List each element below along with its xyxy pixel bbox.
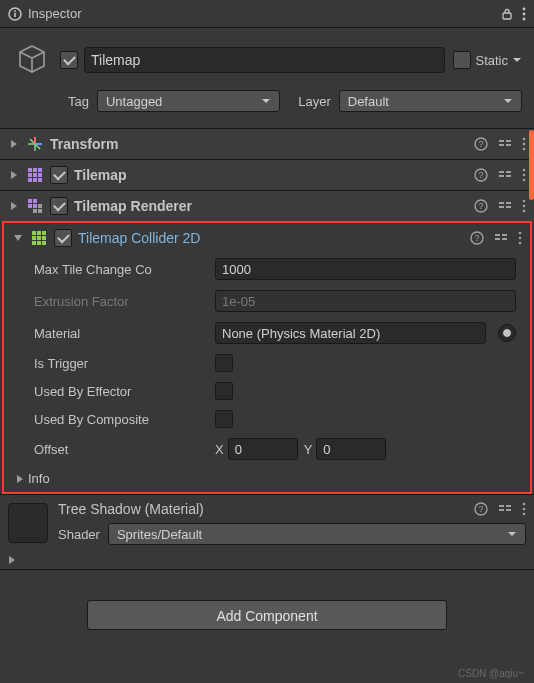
object-picker-icon[interactable] bbox=[498, 324, 516, 342]
svg-rect-2 bbox=[14, 10, 16, 12]
preset-icon[interactable] bbox=[498, 502, 512, 516]
prop-extrusion-factor: Extrusion Factor 1e-05 bbox=[4, 285, 530, 317]
svg-point-31 bbox=[523, 169, 526, 172]
svg-rect-56 bbox=[32, 241, 36, 245]
chevron-down-icon bbox=[261, 97, 271, 105]
svg-rect-70 bbox=[499, 505, 504, 507]
component-tilemap[interactable]: Tilemap ? bbox=[0, 159, 534, 190]
foldout-icon[interactable] bbox=[8, 170, 20, 180]
preset-icon[interactable] bbox=[498, 137, 512, 151]
lock-icon[interactable] bbox=[500, 7, 514, 21]
offset-y-label: Y bbox=[304, 442, 313, 457]
add-component-button[interactable]: Add Component bbox=[87, 600, 447, 630]
component-tilemap-renderer[interactable]: Tilemap Renderer ? bbox=[0, 190, 534, 221]
svg-rect-28 bbox=[499, 175, 504, 177]
layer-value: Default bbox=[348, 94, 389, 109]
foldout-icon[interactable] bbox=[8, 201, 20, 211]
foldout-icon[interactable] bbox=[12, 234, 24, 242]
component-title: Tilemap bbox=[74, 167, 468, 183]
tag-label: Tag bbox=[68, 94, 89, 109]
static-label: Static bbox=[475, 53, 508, 68]
enable-checkbox[interactable] bbox=[54, 229, 72, 247]
tilemap-collider-icon bbox=[30, 229, 48, 247]
kebab-icon[interactable] bbox=[522, 502, 526, 516]
prop-material: Material None (Physics Material 2D) bbox=[4, 317, 530, 349]
static-dropdown-arrow[interactable] bbox=[512, 55, 522, 65]
kebab-icon[interactable] bbox=[522, 168, 526, 182]
svg-point-15 bbox=[523, 148, 526, 151]
svg-text:?: ? bbox=[478, 504, 483, 514]
svg-rect-57 bbox=[37, 241, 41, 245]
material-object-field[interactable]: None (Physics Material 2D) bbox=[215, 322, 486, 344]
tab-title: Inspector bbox=[28, 6, 81, 21]
info-icon bbox=[8, 7, 22, 21]
kebab-icon[interactable] bbox=[522, 137, 526, 151]
svg-rect-58 bbox=[42, 241, 46, 245]
svg-rect-29 bbox=[506, 171, 511, 173]
foldout-icon[interactable] bbox=[8, 139, 20, 149]
used-by-composite-checkbox[interactable] bbox=[215, 410, 233, 428]
material-section: Tree Shadow (Material) ? Shader Sprites/… bbox=[0, 494, 534, 551]
material-foldout-icon[interactable] bbox=[8, 555, 16, 565]
foldout-icon[interactable] bbox=[16, 474, 24, 484]
svg-text:?: ? bbox=[474, 233, 479, 243]
svg-rect-36 bbox=[28, 204, 32, 208]
offset-x-input[interactable] bbox=[228, 438, 298, 460]
prop-is-trigger: Is Trigger bbox=[4, 349, 530, 377]
is-trigger-checkbox[interactable] bbox=[215, 354, 233, 372]
svg-rect-20 bbox=[33, 173, 37, 177]
enable-checkbox[interactable] bbox=[50, 166, 68, 184]
svg-rect-55 bbox=[42, 236, 46, 240]
layer-dropdown[interactable]: Default bbox=[339, 90, 522, 112]
prop-max-tile-change: Max Tile Change Co 1000 bbox=[4, 253, 530, 285]
kebab-icon[interactable] bbox=[518, 231, 522, 245]
used-by-effector-checkbox[interactable] bbox=[215, 382, 233, 400]
svg-rect-12 bbox=[506, 144, 511, 146]
prop-info[interactable]: Info bbox=[4, 465, 530, 486]
preset-icon[interactable] bbox=[498, 168, 512, 182]
svg-point-13 bbox=[523, 138, 526, 141]
prop-label: Used By Effector bbox=[34, 384, 209, 399]
prop-label: Is Trigger bbox=[34, 356, 209, 371]
footer: Add Component bbox=[0, 569, 534, 660]
svg-point-49 bbox=[523, 210, 526, 213]
svg-point-66 bbox=[519, 237, 522, 240]
component-title: Transform bbox=[50, 136, 468, 152]
help-icon[interactable]: ? bbox=[470, 231, 484, 245]
static-checkbox[interactable] bbox=[453, 51, 471, 69]
preset-icon[interactable] bbox=[498, 199, 512, 213]
svg-point-4 bbox=[523, 7, 526, 10]
svg-rect-21 bbox=[38, 173, 42, 177]
svg-rect-72 bbox=[506, 505, 511, 507]
material-preview[interactable] bbox=[8, 503, 48, 543]
svg-rect-62 bbox=[495, 238, 500, 240]
object-header: Static bbox=[8, 34, 526, 86]
svg-rect-27 bbox=[499, 171, 504, 173]
svg-rect-73 bbox=[506, 509, 511, 511]
help-icon[interactable]: ? bbox=[474, 502, 488, 516]
max-tile-change-input[interactable]: 1000 bbox=[215, 258, 516, 280]
component-transform[interactable]: Transform ? bbox=[0, 128, 534, 159]
component-tilemap-collider-2d[interactable]: Tilemap Collider 2D ? bbox=[4, 223, 530, 253]
prop-used-by-effector: Used By Effector bbox=[4, 377, 530, 405]
object-name-input[interactable] bbox=[84, 47, 445, 73]
enable-checkbox[interactable] bbox=[50, 197, 68, 215]
scrollbar[interactable] bbox=[529, 130, 534, 200]
svg-rect-63 bbox=[502, 234, 507, 236]
svg-point-48 bbox=[523, 205, 526, 208]
shader-label: Shader bbox=[58, 527, 100, 542]
tag-dropdown[interactable]: Untagged bbox=[97, 90, 280, 112]
preset-icon[interactable] bbox=[494, 231, 508, 245]
chevron-down-icon bbox=[507, 530, 517, 538]
shader-dropdown[interactable]: Sprites/Default bbox=[108, 523, 526, 545]
kebab-icon[interactable] bbox=[522, 7, 526, 21]
help-icon[interactable]: ? bbox=[474, 137, 488, 151]
tag-value: Untagged bbox=[106, 94, 162, 109]
active-checkbox[interactable] bbox=[60, 51, 78, 69]
offset-y-input[interactable] bbox=[316, 438, 386, 460]
help-icon[interactable]: ? bbox=[474, 168, 488, 182]
help-icon[interactable]: ? bbox=[474, 199, 488, 213]
svg-rect-11 bbox=[506, 140, 511, 142]
svg-text:?: ? bbox=[478, 139, 483, 149]
kebab-icon[interactable] bbox=[522, 199, 526, 213]
